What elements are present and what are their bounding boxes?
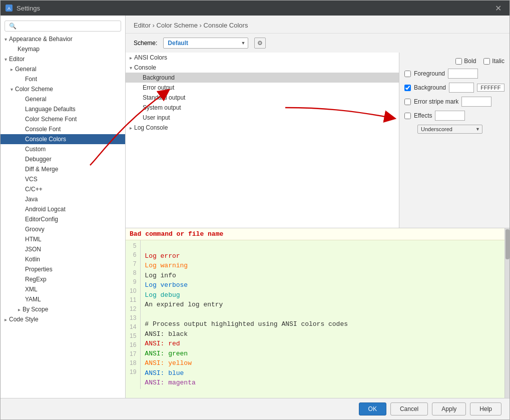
error-stripe-row: Error stripe mark — [404, 97, 504, 107]
sidebar-item-cs-json[interactable]: JSON — [1, 244, 125, 254]
help-button[interactable]: Help — [470, 402, 501, 415]
sidebar-label-cs-groovy: Groovy — [25, 226, 45, 233]
line-number-12: 12 — [130, 304, 136, 313]
error-stripe-color-box[interactable] — [461, 97, 491, 107]
sidebar-item-font[interactable]: Font — [1, 74, 125, 84]
sidebar-item-cs-kotlin[interactable]: Kotlin — [1, 254, 125, 264]
sidebar-item-cs-custom[interactable]: Custom — [1, 144, 125, 154]
tree-label-error-output: Error output — [143, 84, 174, 91]
tree-item-ansi-colors[interactable]: ▸ANSI Colors — [126, 53, 399, 63]
ok-button[interactable]: OK — [359, 402, 386, 415]
sidebar-item-cs-font[interactable]: Color Scheme Font — [1, 114, 125, 124]
window-title: Settings — [17, 5, 40, 12]
effects-checkbox[interactable] — [404, 113, 411, 119]
sidebar-item-cs-yaml[interactable]: YAML — [1, 294, 125, 304]
tree-item-user-input[interactable]: User input — [126, 113, 399, 123]
sidebar-label-cs-yaml: YAML — [25, 296, 41, 303]
svg-text:A: A — [8, 6, 11, 11]
breadcrumb: Editor › Color Scheme › Console Colors — [126, 16, 509, 34]
sidebar-item-cs-diff-merge[interactable]: Diff & Merge — [1, 164, 125, 174]
tree-label-log-console: Log Console — [134, 124, 168, 131]
sidebar-item-color-scheme[interactable]: ▾Color Scheme — [1, 84, 125, 94]
bold-label[interactable]: Bold — [455, 58, 476, 65]
top-split: ▸ANSI Colors▾ConsoleBackgroundError outp… — [126, 53, 509, 228]
sidebar-label-cs-java: Java — [25, 196, 38, 203]
sidebar-item-cs-console-font[interactable]: Console Font — [1, 124, 125, 134]
sidebar-item-cs-groovy[interactable]: Groovy — [1, 224, 125, 234]
scheme-gear-button[interactable]: ⚙ — [254, 38, 266, 49]
preview-scrollbar-thumb[interactable] — [505, 229, 509, 259]
tree-item-standard-output[interactable]: Standard output — [126, 93, 399, 103]
search-input[interactable] — [5, 21, 121, 32]
sidebar-item-cs-by-scope[interactable]: ▸By Scope — [1, 304, 125, 314]
cancel-button[interactable]: Cancel — [390, 402, 428, 415]
tree-item-background[interactable]: Background — [126, 73, 399, 83]
error-stripe-checkbox[interactable] — [404, 99, 411, 105]
foreground-checkbox[interactable] — [404, 71, 411, 77]
foreground-color-box[interactable] — [448, 69, 478, 79]
background-color-box[interactable] — [449, 83, 474, 93]
sidebar-label-cs-by-scope: By Scope — [23, 306, 48, 313]
code-line-19: ANSI: magenta — [145, 378, 500, 388]
code-line-9: Log verbose — [145, 280, 500, 290]
tree-items-container: ▸ANSI Colors▾ConsoleBackgroundError outp… — [126, 53, 399, 133]
bold-checkbox[interactable] — [455, 58, 462, 65]
line-number-18: 18 — [130, 358, 136, 367]
code-line-6: Log error — [145, 251, 500, 261]
tree-label-user-input: User input — [143, 114, 170, 121]
code-line-18: ANSI: blue — [145, 368, 500, 378]
sidebar-item-cs-cpp[interactable]: C/C++ — [1, 184, 125, 194]
breadcrumb-console-colors: Console Colors — [204, 22, 248, 29]
sidebar-item-editor[interactable]: ▾Editor — [1, 54, 125, 64]
close-button[interactable]: ✕ — [492, 3, 504, 14]
preview-code-content: Log errorLog warningLog infoLog verboseL… — [141, 240, 504, 389]
sidebar-item-cs-properties[interactable]: Properties — [1, 264, 125, 274]
settings-window: A Settings ✕ ▾Appearance & BehaviorKeyma… — [0, 0, 510, 420]
preview-scrollbar[interactable] — [504, 228, 509, 398]
sidebar-item-cs-java[interactable]: Java — [1, 194, 125, 204]
tree-label-system-output: System output — [143, 104, 181, 111]
code-line-11: An expired log entry — [145, 300, 500, 310]
line-number-7: 7 — [130, 259, 136, 268]
tree-item-log-console[interactable]: ▸Log Console — [126, 123, 399, 133]
sidebar-item-cs-console-colors[interactable]: Console Colors — [1, 134, 125, 144]
sidebar-item-code-style[interactable]: ▸Code Style — [1, 314, 125, 324]
preview-area: Bad command or file name 567891011121314… — [126, 228, 509, 398]
scheme-select[interactable]: Default — [163, 38, 248, 49]
sidebar-item-general[interactable]: ▸General — [1, 64, 125, 74]
line-number-15: 15 — [130, 331, 136, 340]
bottom-bar: OK Cancel Apply Help — [1, 398, 509, 419]
sidebar-item-cs-xml[interactable]: XML — [1, 284, 125, 294]
title-bar-left: A Settings — [6, 5, 40, 12]
tree-item-console[interactable]: ▾Console — [126, 63, 399, 73]
italic-checkbox[interactable] — [483, 58, 490, 65]
code-line-14: ANSI: black — [145, 329, 500, 339]
sidebar-item-cs-debugger[interactable]: Debugger — [1, 154, 125, 164]
sidebar-item-cs-html[interactable]: HTML — [1, 234, 125, 244]
tree-item-error-output[interactable]: Error output — [126, 83, 399, 93]
sidebar-item-cs-vcs[interactable]: VCS — [1, 174, 125, 184]
sidebar-item-cs-regexp[interactable]: RegExp — [1, 274, 125, 284]
line-number-5: 5 — [130, 241, 136, 250]
sidebar-item-appearance[interactable]: ▾Appearance & Behavior — [1, 34, 125, 44]
italic-label[interactable]: Italic — [483, 58, 504, 65]
sidebar-item-cs-general[interactable]: General — [1, 94, 125, 104]
apply-button[interactable]: Apply — [432, 402, 466, 415]
sidebar-item-keymap[interactable]: Keymap — [1, 44, 125, 54]
effects-select[interactable]: Underscored Bordered Wave underscored Bo… — [417, 125, 482, 134]
foreground-row: Foreground — [404, 69, 504, 79]
background-checkbox[interactable] — [404, 85, 411, 91]
sidebar-label-cs-lang-defaults: Language Defaults — [25, 106, 76, 113]
scheme-select-wrap: Default — [163, 38, 248, 49]
tree-item-system-output[interactable]: System output — [126, 103, 399, 113]
line-number-17: 17 — [130, 349, 136, 358]
foreground-label: Foreground — [414, 70, 445, 77]
sidebar-item-cs-android-logcat[interactable]: Android Logcat — [1, 204, 125, 214]
sidebar-item-cs-lang-defaults[interactable]: Language Defaults — [1, 104, 125, 114]
sidebar-label-cs-regexp: RegExp — [25, 276, 47, 283]
sidebar-item-cs-editorconfig[interactable]: EditorConfig — [1, 214, 125, 224]
breadcrumb-sep2: › — [200, 22, 202, 29]
breadcrumb-sep1: › — [153, 22, 155, 29]
tree-label-ansi-colors: ANSI Colors — [134, 54, 167, 61]
effects-color-box[interactable] — [435, 111, 465, 121]
